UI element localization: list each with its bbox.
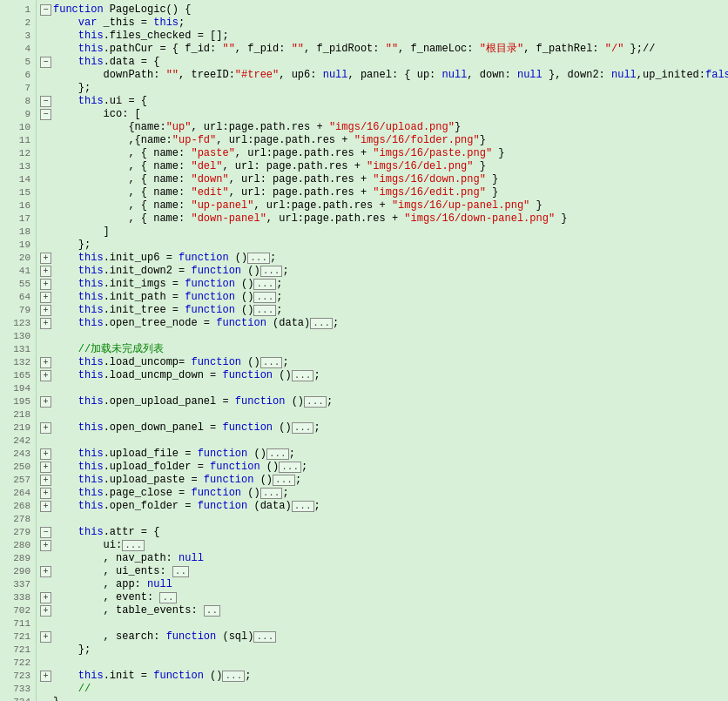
- code-line: downPath: "", treeID:"#tree", up6: null,…: [40, 69, 728, 82]
- code-line: − this.data = {: [40, 56, 728, 69]
- line-number: 130: [5, 330, 30, 343]
- expand-button[interactable]: +: [40, 422, 51, 434]
- line-number: 10: [5, 121, 30, 134]
- code-text: //加载未完成列表: [53, 343, 728, 356]
- collapsed-code-box[interactable]: ..: [204, 605, 220, 617]
- collapsed-code-box[interactable]: ...: [304, 396, 327, 408]
- code-line: };: [40, 82, 728, 95]
- code-line: + this.open_tree_node = function (data).…: [40, 317, 728, 330]
- collapsed-code-box[interactable]: ...: [222, 671, 245, 682]
- collapsed-code-box[interactable]: ...: [253, 279, 276, 290]
- expand-button[interactable]: +: [40, 396, 51, 408]
- code-text: , { name: "down", url: page.path.res + "…: [53, 173, 728, 186]
- line-number: 13: [5, 160, 30, 173]
- expand-button[interactable]: +: [40, 292, 51, 303]
- collapse-button[interactable]: −: [40, 4, 51, 16]
- code-content[interactable]: −function PageLogic() { var _this = this…: [37, 0, 728, 701]
- expand-button[interactable]: +: [40, 462, 51, 473]
- code-line: + , table_events: ..: [40, 604, 728, 617]
- code-line: + this.init_path = function ()...;: [40, 291, 728, 304]
- line-number: 721: [5, 644, 30, 657]
- collapsed-code-box[interactable]: ...: [253, 305, 276, 316]
- expand-button[interactable]: +: [40, 566, 51, 577]
- collapse-button[interactable]: −: [40, 527, 51, 538]
- code-text: ui:...: [53, 539, 728, 552]
- code-text: this.upload_file = function ()...;: [53, 448, 728, 461]
- line-number: 19: [5, 239, 30, 252]
- line-number: 2: [5, 17, 30, 30]
- expand-button[interactable]: +: [40, 266, 51, 277]
- code-line: }: [40, 696, 728, 701]
- expand-button[interactable]: +: [40, 318, 51, 329]
- line-number: 721: [5, 630, 30, 644]
- code-text: //: [53, 683, 728, 696]
- code-text: this.upload_folder = function ()...;: [53, 461, 728, 474]
- code-line: + this.init_imgs = function ()...;: [40, 278, 728, 291]
- expand-button[interactable]: +: [40, 488, 51, 499]
- expand-button[interactable]: +: [40, 475, 51, 486]
- line-number: 131: [5, 343, 30, 356]
- collapsed-code-box[interactable]: ...: [292, 370, 314, 381]
- expand-button[interactable]: +: [40, 631, 51, 643]
- collapsed-code-box[interactable]: ..: [172, 566, 189, 577]
- code-line: };: [40, 239, 728, 252]
- code-line: };: [40, 644, 728, 657]
- collapsed-code-box[interactable]: ...: [279, 462, 301, 473]
- code-line: + , event: ..: [40, 591, 728, 604]
- collapsed-code-box[interactable]: ...: [260, 488, 283, 499]
- code-text: this.load_uncomp= function ()...;: [53, 356, 728, 369]
- line-number: 218: [5, 408, 30, 421]
- code-text: this.pathCur = { f_id: "", f_pid: "", f_…: [53, 43, 728, 56]
- line-number: 280: [5, 539, 30, 552]
- collapsed-code-box[interactable]: ...: [122, 540, 145, 551]
- collapsed-code-box[interactable]: ...: [253, 292, 276, 303]
- collapsed-code-box[interactable]: ...: [260, 357, 283, 368]
- code-text: , { name: "del", url: page.path.res + "i…: [53, 160, 728, 173]
- expand-button[interactable]: +: [40, 253, 51, 264]
- code-line: + this.init_down2 = function ()...;: [40, 265, 728, 278]
- code-text: , app: null: [53, 578, 728, 591]
- collapse-button[interactable]: −: [40, 96, 51, 107]
- expand-button[interactable]: +: [40, 448, 51, 460]
- code-line: [40, 382, 728, 395]
- collapsed-code-box[interactable]: ...: [260, 266, 283, 277]
- expand-button[interactable]: +: [40, 305, 51, 316]
- collapse-button[interactable]: −: [40, 109, 51, 120]
- expand-button[interactable]: +: [40, 592, 51, 603]
- line-number: 723: [5, 670, 30, 683]
- collapsed-code-box[interactable]: ...: [292, 501, 314, 512]
- line-number: 15: [5, 186, 30, 199]
- collapsed-code-box[interactable]: ...: [266, 448, 289, 460]
- collapse-button[interactable]: −: [40, 57, 51, 68]
- collapsed-code-box[interactable]: ..: [159, 592, 176, 603]
- line-number: 4: [5, 43, 30, 56]
- code-line: [40, 657, 728, 670]
- expand-button[interactable]: +: [40, 671, 51, 682]
- expand-button[interactable]: +: [40, 357, 51, 368]
- collapsed-code-box[interactable]: ...: [247, 253, 270, 264]
- code-line: + this.upload_file = function ()...;: [40, 448, 728, 461]
- line-number: 20: [5, 252, 30, 265]
- line-numbers: 1234567891011121314151617181920415564791…: [0, 0, 37, 701]
- line-number: 279: [5, 526, 30, 539]
- code-text: };: [53, 239, 728, 252]
- line-number: 290: [5, 565, 30, 578]
- code-line: + this.open_folder = function (data)...;: [40, 500, 728, 513]
- collapsed-code-box[interactable]: ...: [310, 318, 333, 329]
- expand-button[interactable]: +: [40, 540, 51, 551]
- expand-button[interactable]: +: [40, 501, 51, 512]
- code-line: var _this = this;: [40, 17, 728, 30]
- code-line: [40, 330, 728, 343]
- expand-button[interactable]: +: [40, 279, 51, 290]
- expand-button[interactable]: +: [40, 605, 51, 617]
- collapsed-code-box[interactable]: ...: [253, 631, 276, 643]
- collapsed-code-box[interactable]: ...: [292, 422, 314, 434]
- code-line: ,{name:"up-fd", url:page.path.res + "img…: [40, 134, 728, 147]
- code-line: + this.load_uncomp= function ()...;: [40, 356, 728, 369]
- line-number: 219: [5, 421, 30, 435]
- code-text: ]: [53, 226, 728, 239]
- code-text: this.open_folder = function (data)...;: [53, 500, 728, 513]
- expand-button[interactable]: +: [40, 370, 51, 381]
- collapsed-code-box[interactable]: ...: [273, 475, 295, 486]
- code-line: [40, 617, 728, 630]
